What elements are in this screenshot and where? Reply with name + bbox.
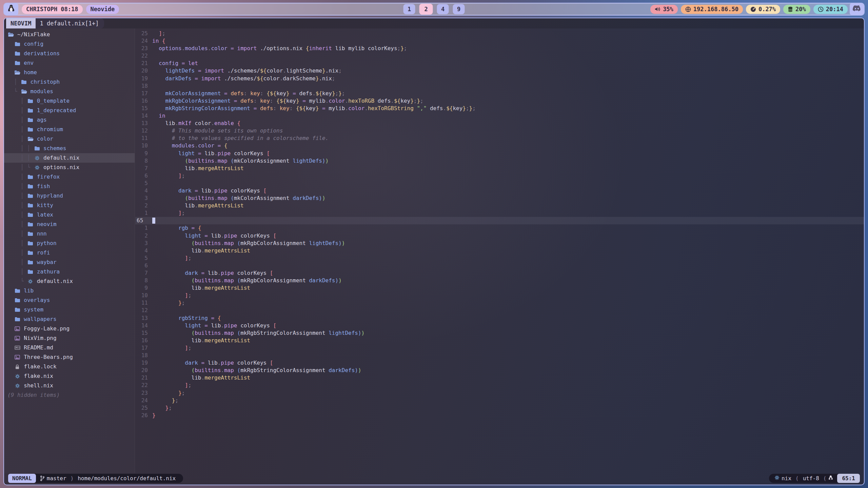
tree-row-flake.lock[interactable]: flake.lock: [4, 362, 135, 371]
code-line[interactable]: 5 ];: [135, 255, 864, 262]
code-line[interactable]: 13 rgbString = {: [135, 314, 864, 322]
tree-row-waybar[interactable]: │ waybar: [4, 258, 135, 267]
memory-pill[interactable]: 20%: [783, 5, 810, 14]
tree-row-python[interactable]: │ python: [4, 239, 135, 248]
tree-row-lib[interactable]: lib: [4, 286, 135, 296]
code-line[interactable]: 6 ];: [135, 172, 864, 180]
code-line[interactable]: 10 ];: [135, 292, 864, 299]
tree-row-kitty[interactable]: │ kitty: [4, 201, 135, 210]
code-line[interactable]: 3 (builtins.map (mkColorAssignment darkD…: [135, 195, 864, 202]
code-line[interactable]: 14 in: [135, 112, 864, 120]
tree-row-latex[interactable]: │ latex: [4, 210, 135, 220]
code-line[interactable]: 4 dark = lib.pipe colorKeys [: [135, 187, 864, 195]
code-line[interactable]: 25 };: [135, 404, 864, 412]
tree-row-Three-Bears.png[interactable]: Three-Bears.png: [4, 352, 135, 362]
code-line[interactable]: 21 lib.mergeAttrsList: [135, 374, 864, 382]
tree-row-env[interactable]: env: [4, 58, 135, 68]
tree-row-rofi[interactable]: │ rofi: [4, 248, 135, 258]
tree-row-NixVim.png[interactable]: NixVim.png: [4, 333, 135, 343]
code-line[interactable]: 24in {: [135, 37, 864, 45]
code-line[interactable]: 25 ];: [135, 30, 864, 37]
tree-row-overlays[interactable]: overlays: [4, 296, 135, 305]
tree-row-neovim[interactable]: │ neovim: [4, 220, 135, 229]
tree-row-zathura[interactable]: │ zathura: [4, 267, 135, 277]
tree-row-README.md[interactable]: README.md: [4, 343, 135, 352]
tree-row-1_deprecated[interactable]: │ 1_deprecated: [4, 106, 135, 115]
code-line[interactable]: 13 lib.mkIf color.enable {: [135, 120, 864, 127]
linux-logo-button[interactable]: [4, 3, 18, 15]
code-line[interactable]: 22 ];: [135, 382, 864, 389]
code-line[interactable]: 5: [135, 180, 864, 187]
code-line[interactable]: 15 (builtins.map (mkRgbStringColorAssign…: [135, 329, 864, 337]
tree-row-nnn[interactable]: │ nnn: [4, 229, 135, 239]
tree-row-options.nix[interactable]: │ └ options.nix: [4, 163, 135, 172]
tree-row-Foggy-Lake.png[interactable]: Foggy-Lake.png: [4, 324, 135, 333]
code-line[interactable]: 12 # This module sets its own options: [135, 127, 864, 135]
tree-row-shell.nix[interactable]: shell.nix: [4, 381, 135, 390]
tree-row-derivations[interactable]: derivations: [4, 49, 135, 58]
tree-row-fish[interactable]: │ fish: [4, 182, 135, 191]
code-line[interactable]: 8 (builtins.map (mkColorAssignment light…: [135, 157, 864, 165]
code-line[interactable]: 1 ];: [135, 209, 864, 217]
code-line[interactable]: 17 ];: [135, 344, 864, 352]
tree-row-NixFlake[interactable]: ~/NixFlake: [4, 30, 135, 39]
code-line[interactable]: 23 options.modules.color = import ./opti…: [135, 45, 864, 52]
code-line[interactable]: 23 };: [135, 389, 864, 397]
tree-row-system[interactable]: system: [4, 305, 135, 314]
code-line[interactable]: 14 light = lib.pipe colorKeys [: [135, 322, 864, 329]
code-line[interactable]: 2 light = lib.pipe colorKeys [: [135, 232, 864, 240]
code-line[interactable]: 11 # to the values specified in a colors…: [135, 135, 864, 142]
clock-pill[interactable]: 20:14: [813, 5, 848, 14]
code-line[interactable]: 19 darkDefs = import ./schemes/${color.d…: [135, 75, 864, 82]
code-line[interactable]: 9 light = lib.pipe colorKeys [: [135, 150, 864, 157]
workspace-button-1[interactable]: 1: [403, 4, 415, 14]
code-line[interactable]: 26}: [135, 412, 864, 419]
code-line[interactable]: 11 };: [135, 299, 864, 307]
tree-row-christoph[interactable]: │ christoph: [4, 77, 135, 87]
tab-default-nix[interactable]: 1 default.nix[1+]: [36, 18, 104, 28]
discord-button[interactable]: [850, 3, 864, 15]
tree-row-chromium[interactable]: │ chromium: [4, 125, 135, 134]
code-line[interactable]: 4 lib.mergeAttrsList: [135, 247, 864, 255]
code-line[interactable]: 12: [135, 307, 864, 314]
workspace-button-4[interactable]: 4: [437, 4, 449, 14]
tree-row-ags[interactable]: │ ags: [4, 115, 135, 125]
code-line[interactable]: 16 mkRgbColorAssignment = defs: key: {${…: [135, 97, 864, 105]
code-line[interactable]: 20 lightDefs = import ./schemes/${color.…: [135, 67, 864, 75]
code-line[interactable]: 19 dark = lib.pipe colorKeys [: [135, 359, 864, 367]
tree-row-0_template[interactable]: │ 0_template: [4, 96, 135, 106]
tree-row-hyprland[interactable]: │ hyprland: [4, 191, 135, 201]
code-line[interactable]: 3 (builtins.map (mkRgbColorAssignment li…: [135, 240, 864, 247]
code-line-cursor[interactable]: 65: [135, 217, 864, 224]
tree-row-color[interactable]: │ color: [4, 134, 135, 144]
code-line[interactable]: 22: [135, 52, 864, 60]
code-line[interactable]: 17 mkColorAssignment = defs: key: {${key…: [135, 90, 864, 97]
code-line[interactable]: 18: [135, 82, 864, 90]
network-pill[interactable]: 192.168.86.50: [681, 5, 743, 14]
cpu-pill[interactable]: 0.27%: [746, 5, 780, 14]
tree-row-default.nix[interactable]: └ default.nix: [4, 277, 135, 286]
code-line[interactable]: 21 config = let: [135, 60, 864, 67]
code-line[interactable]: 6: [135, 262, 864, 269]
code-line[interactable]: 2 lib.mergeAttrsList: [135, 202, 864, 209]
tree-row-home[interactable]: home: [4, 68, 135, 77]
tree-row-config[interactable]: config: [4, 39, 135, 49]
volume-pill[interactable]: 35%: [650, 5, 678, 14]
workspace-button-9[interactable]: 9: [453, 4, 465, 14]
code-line[interactable]: 9 lib.mergeAttrsList: [135, 284, 864, 292]
code-line[interactable]: 1 rgb = {: [135, 224, 864, 232]
code-line[interactable]: 8 (builtins.map (mkRgbColorAssignment da…: [135, 277, 864, 284]
code-line[interactable]: 7 lib.mergeAttrsList: [135, 165, 864, 172]
tree-row-default.nix[interactable]: │ │ default.nix: [4, 153, 135, 163]
tree-row-wallpapers[interactable]: wallpapers: [4, 314, 135, 324]
code-line[interactable]: 24 };: [135, 397, 864, 404]
tree-row-firefox[interactable]: │ firefox: [4, 172, 135, 182]
tree-row-schemes[interactable]: │ │ schemes: [4, 144, 135, 153]
workspace-button-2[interactable]: 2: [419, 4, 433, 15]
code-line[interactable]: 20 (builtins.map (mkRgbStringColorAssign…: [135, 367, 864, 374]
tree-row-flake.nix[interactable]: flake.nix: [4, 371, 135, 381]
code-line[interactable]: 10 modules.color = {: [135, 142, 864, 149]
tree-row-modules[interactable]: └ modules: [4, 87, 135, 96]
code-line[interactable]: 16 lib.mergeAttrsList: [135, 337, 864, 344]
code-line[interactable]: 18: [135, 352, 864, 359]
